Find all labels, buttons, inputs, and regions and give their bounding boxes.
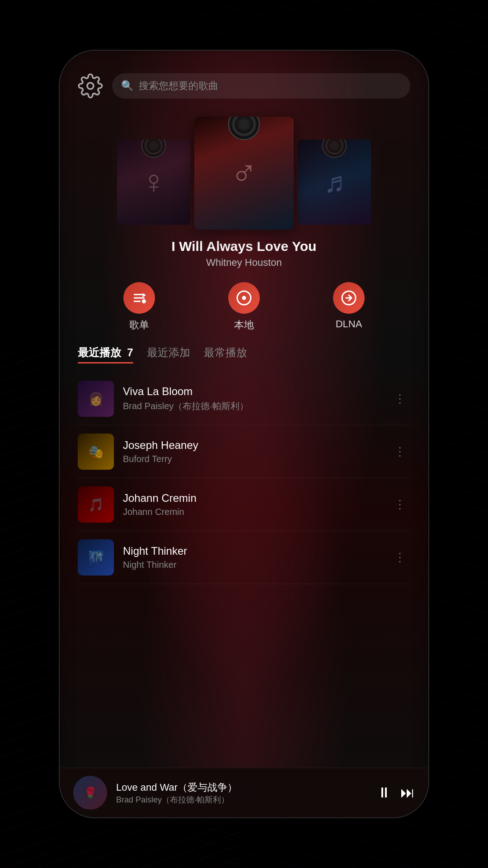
local-icon: [228, 282, 260, 314]
song-title-4: Night Thinker: [123, 545, 380, 557]
song-more-4[interactable]: ⋮: [389, 546, 410, 569]
category-playlist[interactable]: 歌单: [123, 282, 155, 332]
phone-frame: 🔍 搜索您想要的歌曲 I Will Always Love You Whitne…: [59, 50, 429, 818]
now-bar-artist: Brad Paisley（布拉德·帕斯利）: [116, 794, 368, 805]
song-title-1: Viva La Bloom: [123, 385, 380, 398]
song-item[interactable]: 🌃 Night Thinker Night Thinker ⋮: [78, 531, 410, 584]
svg-point-1: [142, 299, 146, 303]
album-center[interactable]: [194, 117, 294, 230]
song-thumb-2: 🎭: [78, 434, 114, 470]
playback-controls: ⏸ ⏭: [377, 784, 415, 801]
album-carousel: [78, 112, 410, 230]
now-bar-title: Love and War（爱与战争）: [116, 781, 368, 794]
song-more-1[interactable]: ⋮: [389, 387, 410, 410]
svg-point-0: [87, 83, 94, 89]
featured-title: I Will Always Love You: [78, 239, 410, 254]
category-dlna[interactable]: DLNA: [333, 282, 365, 332]
category-local-label: 本地: [234, 318, 254, 332]
tab-frequent[interactable]: 最常播放: [204, 345, 247, 363]
search-placeholder: 搜索您想要的歌曲: [139, 79, 218, 93]
now-playing-bar: 🌹 Love and War（爱与战争） Brad Paisley（布拉德·帕斯…: [60, 768, 428, 817]
album-left[interactable]: [117, 140, 190, 225]
song-thumb-3: 🎵: [78, 486, 114, 523]
pause-button[interactable]: ⏸: [377, 784, 391, 801]
header: 🔍 搜索您想要的歌曲: [78, 73, 410, 99]
song-artist-3: Johann Cremin: [123, 507, 380, 517]
tab-added[interactable]: 最近添加: [147, 345, 190, 363]
next-button[interactable]: ⏭: [400, 784, 415, 801]
category-local[interactable]: 本地: [228, 282, 260, 332]
song-artist-2: Buford Terry: [123, 454, 380, 464]
tab-recent[interactable]: 最近播放 7: [78, 345, 133, 363]
song-thumb-1: 👩: [78, 381, 114, 417]
categories: 歌单 本地 DLNA: [78, 282, 410, 332]
song-title-2: Joseph Heaney: [123, 439, 380, 452]
category-playlist-label: 歌单: [129, 318, 149, 332]
svg-point-3: [242, 296, 246, 300]
song-item[interactable]: 👩 Viva La Bloom Brad Paisley（布拉德·帕斯利） ⋮: [78, 373, 410, 425]
song-artist-4: Night Thinker: [123, 560, 380, 570]
now-bar-thumb: 🌹: [73, 776, 107, 810]
now-bar-info: Love and War（爱与战争） Brad Paisley（布拉德·帕斯利）: [116, 781, 368, 805]
dlna-icon: [333, 282, 365, 314]
song-title-3: Johann Cremin: [123, 492, 380, 505]
playlist-icon: [123, 282, 155, 314]
search-icon: 🔍: [121, 80, 133, 92]
song-list: 👩 Viva La Bloom Brad Paisley（布拉德·帕斯利） ⋮ …: [78, 373, 410, 817]
song-item[interactable]: 🎭 Joseph Heaney Buford Terry ⋮: [78, 425, 410, 478]
song-info-1: Viva La Bloom Brad Paisley（布拉德·帕斯利）: [123, 385, 380, 412]
category-dlna-label: DLNA: [336, 318, 362, 330]
song-thumb-4: 🌃: [78, 539, 114, 576]
phone-content: 🔍 搜索您想要的歌曲 I Will Always Love You Whitne…: [60, 51, 428, 817]
song-more-2[interactable]: ⋮: [389, 440, 410, 463]
tabs: 最近播放 7 最近添加 最常播放: [78, 345, 410, 363]
album-right[interactable]: [298, 140, 371, 225]
featured-artist: Whitney Houston: [78, 257, 410, 269]
song-artist-1: Brad Paisley（布拉德·帕斯利）: [123, 400, 380, 412]
song-info-3: Johann Cremin Johann Cremin: [123, 492, 380, 517]
search-bar[interactable]: 🔍 搜索您想要的歌曲: [112, 73, 410, 99]
settings-icon[interactable]: [78, 73, 103, 99]
song-more-3[interactable]: ⋮: [389, 493, 410, 516]
song-item[interactable]: 🎵 Johann Cremin Johann Cremin ⋮: [78, 478, 410, 531]
song-info-2: Joseph Heaney Buford Terry: [123, 439, 380, 464]
song-info-4: Night Thinker Night Thinker: [123, 545, 380, 570]
